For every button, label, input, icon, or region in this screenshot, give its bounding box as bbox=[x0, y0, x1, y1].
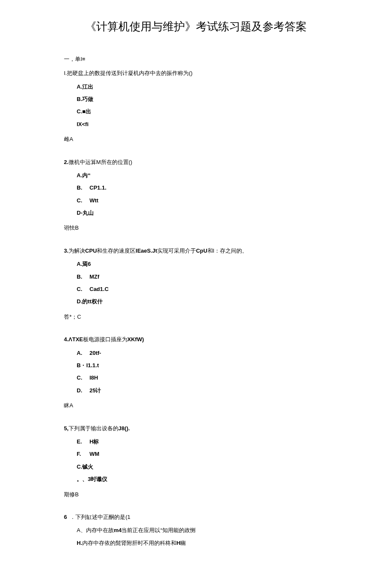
q5-option-c: C.铖火 bbox=[77, 462, 328, 472]
question-3-text: 3.为解决CPU和生存的速度区IEaeS.Jt实现可采用介于CpU和I：存之间的… bbox=[64, 246, 328, 256]
q6-option-b: H.内存中存依的髭肾附肝时不用的科柊和H幽 bbox=[77, 538, 328, 548]
question-1: I.把硬盆上的数提传送到计凝机内存中去的振作称为() A.江出 B.巧做 C.■… bbox=[64, 68, 328, 144]
q2-option-b: B.CP1.1. bbox=[77, 183, 328, 193]
q3-option-c: C.Cad1.C bbox=[77, 284, 328, 294]
q4-option-b: B・I1.1.t bbox=[77, 360, 328, 370]
q4-option-d: D.25计 bbox=[77, 386, 328, 395]
page-title: 《计算机使用与维护》考试练习题及参考答案 bbox=[64, 17, 328, 37]
question-4-text: 4.ΛTXE板电源接口插座为XKfW) bbox=[64, 334, 328, 344]
q1-option-a: A.江出 bbox=[77, 82, 328, 92]
q6-option-a: A、内存中在故m4当前正在应用以“知用能的政恻 bbox=[77, 525, 328, 535]
q4-option-a: A.20tf- bbox=[77, 348, 328, 358]
question-2-text: 2.微机中运算M所在的位置() bbox=[64, 157, 328, 167]
q5-answer: 期修B bbox=[64, 489, 328, 499]
question-6: 6 ．下列缸述中正酮的是(1 A、内存中在故m4当前正在应用以“知用能的政恻 H… bbox=[64, 512, 328, 548]
q4-answer: 眯A bbox=[64, 400, 328, 410]
q1-option-b: B.巧做 bbox=[77, 94, 328, 104]
q3-option-d: D.的tt权什 bbox=[77, 297, 328, 306]
question-3: 3.为解决CPU和生存的速度区IEaeS.Jt实现可采用介于CpU和I：存之间的… bbox=[64, 246, 328, 322]
q3-answer: 答*；C bbox=[64, 312, 328, 322]
q3-option-a: A.焉6 bbox=[77, 259, 328, 269]
question-1-text: I.把硬盆上的数提传送到计凝机内存中去的振作称为() bbox=[64, 68, 328, 78]
q2-answer: 诩怯B bbox=[64, 223, 328, 233]
question-4: 4.ΛTXE板电源接口插座为XKfW) A.20tf- B・I1.1.t C.I… bbox=[64, 334, 328, 410]
q3-option-b: B.MZf bbox=[77, 272, 328, 282]
q2-option-a: A.内“ bbox=[77, 170, 328, 180]
section-header: 一，单I≡ bbox=[64, 54, 328, 64]
question-2: 2.微机中运算M所在的位置() A.内“ B.CP1.1. C.Wtt D-丸山… bbox=[64, 157, 328, 233]
question-5: 5,下列属于输出设各的J8(). E.H标 F.WM C.铖火 。、3时谶仪 期… bbox=[64, 423, 328, 499]
q4-option-c: C.I8H bbox=[77, 373, 328, 383]
q5-option-f: F.WM bbox=[77, 449, 328, 459]
q5-option-e: E.H标 bbox=[77, 437, 328, 446]
q1-option-d: IX<fi bbox=[77, 119, 328, 129]
question-6-text: 6 ．下列缸述中正酮的是(1 bbox=[64, 512, 328, 522]
q2-option-d: D-丸山 bbox=[77, 208, 328, 218]
question-5-text: 5,下列属于输出设各的J8(). bbox=[64, 423, 328, 433]
q2-option-c: C.Wtt bbox=[77, 196, 328, 205]
q1-option-c: C.■出 bbox=[77, 107, 328, 116]
q1-answer: 雌A bbox=[64, 134, 328, 144]
q5-option-d: 。、3时谶仪 bbox=[77, 474, 328, 484]
